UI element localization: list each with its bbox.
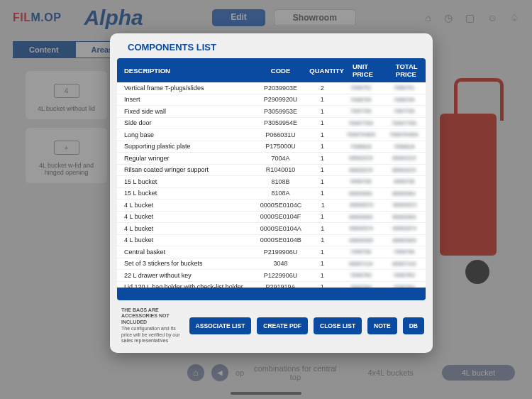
associate-list-button[interactable]: ASSOCIATE LIST [189,317,252,334]
table-row[interactable]: Rilsan coated wringer supportR1040010108… [117,165,426,177]
table-row[interactable]: Fixed side wallP3059953E170977397097739 [117,106,426,118]
cell-quantity: 1 [305,118,339,129]
cell-quantity: 1 [305,94,339,106]
table-row[interactable]: Vertical frame T-plugs/slidesP2039903E27… [117,82,426,94]
col-header-total-price: TOTAL PRICE [392,62,426,78]
note-button[interactable]: NOTE [367,317,397,334]
col-header-unit-price: UNIT PRICE [348,62,392,78]
cell-total-price: 08003215 [382,165,426,176]
cell-quantity: 1 [305,176,339,187]
table-row[interactable]: Side doorP3059954E17690775G7690775G [117,118,426,130]
cell-unit-price: 7090751 [339,82,382,94]
db-button[interactable]: DB [403,317,424,334]
footnote-line1: THE BAGS ARE ACCESSORIES NOT INCLUDED [121,307,184,326]
cell-code: 0000SE0104A [256,223,306,234]
table-body[interactable]: Vertical frame T-plugs/slidesP2039903E27… [117,82,426,288]
cell-unit-price: 09002215 [339,153,382,164]
cell-unit-price: 7090736 [339,246,382,258]
cell-code: 0000SE0104C [256,200,306,211]
cell-quantity: 1 [305,153,339,164]
cell-unit-price: 7690775G [339,118,382,129]
cell-description: Insert [117,94,256,106]
cell-code: 8108B [256,176,306,187]
cell-description: Side door [117,118,256,129]
table-row[interactable]: Regular wringer7004A10900221509002215 [117,153,426,165]
cell-unit-price: 70907R4 [339,282,382,288]
cell-unit-price: 0990738 [339,176,382,187]
cell-code: P291919A [256,282,306,288]
table-header-row: DESCRIPTION CODE QUANTITY UNIT PRICE TOT… [117,58,426,82]
cell-description: Supporting plastic plate [117,141,256,153]
cell-code: P175000U [256,141,306,153]
cell-description: 15 L bucket [117,188,256,200]
table-row[interactable]: Long baseP066031U170907D40G70907D40G [117,129,426,141]
cell-unit-price: 7097739 [339,106,382,117]
cell-description: 4 L bucket [117,235,256,246]
cell-total-price: 00003372 [383,200,426,211]
cell-unit-price: 00003361 [339,188,382,200]
cell-total-price: 70907R2 [382,270,426,281]
cell-total-price: 7090736 [382,246,426,258]
table-row[interactable]: 4 L bucket0000SE0104B10000336500003365 [117,235,426,247]
cell-total-price: 0990738 [382,176,426,187]
components-list-modal: COMPONENTS LIST DESCRIPTION CODE QUANTIT… [110,33,433,353]
cell-unit-price: 08003215 [339,165,382,176]
cell-unit-price: 7098818 [339,141,382,153]
cell-quantity: 1 [305,188,339,200]
table-row[interactable]: 22 L drawer without keyP1229906U170907R2… [117,270,426,282]
home-indicator [231,392,301,395]
table-row[interactable]: Supporting plastic plateP175000U17098818… [117,141,426,153]
modal-title: COMPONENTS LIST [110,33,433,58]
table-row[interactable]: Central basketP2199906U170907367090736 [117,246,426,258]
cell-code: 7004A [256,153,306,164]
cell-quantity: 1 [305,106,339,117]
cell-unit-price: 70907R2 [339,270,382,281]
modal-footnote: THE BAGS ARE ACCESSORIES NOT INCLUDED Th… [121,307,184,345]
cell-total-price: 70907D40G [382,129,426,141]
table-row[interactable]: Set of 3 stickers for buckets30481000071… [117,258,426,270]
cell-total-price: 7098739 [382,94,426,106]
cell-unit-price: 00003372 [340,200,383,211]
table-row[interactable]: 4 L bucket0000SE0104A10000337400003374 [117,223,426,235]
cell-unit-price: 00007110 [339,258,382,270]
cell-total-price: 70907R4 [382,282,426,288]
cell-code: P2199906U [256,246,306,258]
cell-total-price: 00003365 [383,235,426,246]
table-row[interactable]: 4 L bucket0000SE0104F10000336300003363 [117,212,426,224]
cell-code: P066031U [256,129,306,141]
cell-quantity: 1 [305,246,339,258]
cell-code: 0000SE0104B [256,235,306,246]
cell-code: 8108A [256,188,306,200]
cell-total-price: 7080751 [382,82,426,94]
cell-quantity: 1 [305,212,339,223]
table-row[interactable]: 4 L bucket0000SE0104C10000337200003372 [117,200,426,212]
cell-code: P2039903E [256,82,306,94]
cell-description: Rilsan coated wringer support [117,165,256,176]
cell-quantity: 1 [305,282,339,288]
col-header-code: CODE [256,62,306,78]
cell-description: Central basket [117,246,256,258]
cell-description: Lid 120 L bag holder with check-list hol… [117,282,256,288]
col-header-description: DESCRIPTION [117,62,256,78]
table-row[interactable]: 15 L bucket8108B109907380990738 [117,176,426,188]
components-table: DESCRIPTION CODE QUANTITY UNIT PRICE TOT… [117,58,426,288]
create-pdf-button[interactable]: CREATE PDF [257,317,308,334]
table-row[interactable]: InsertP2909920U170987397098739 [117,94,426,106]
modal-footer: THE BAGS ARE ACCESSORIES NOT INCLUDED Th… [110,300,433,354]
cell-quantity: 1 [305,258,339,270]
cell-unit-price: 00003365 [340,235,383,246]
close-list-button[interactable]: CLOSE LIST [314,317,362,334]
cell-total-price: 00003374 [383,223,426,234]
cell-quantity: 1 [306,200,340,211]
cell-quantity: 2 [305,82,339,94]
table-row[interactable]: 15 L bucket8108A10000336100003361 [117,188,426,200]
cell-description: 22 L drawer without key [117,270,256,281]
table-row[interactable]: Lid 120 L bag holder with check-list hol… [117,282,426,288]
cell-quantity: 1 [305,141,339,153]
footnote-line2: The configuration and its price will be … [121,326,179,344]
cell-description: Fixed side wall [117,106,256,117]
cell-description: 4 L bucket [117,200,256,211]
cell-description: Set of 3 stickers for buckets [117,258,256,270]
cell-code: R1040010 [256,165,306,176]
cell-total-price: 09002215 [382,153,426,164]
